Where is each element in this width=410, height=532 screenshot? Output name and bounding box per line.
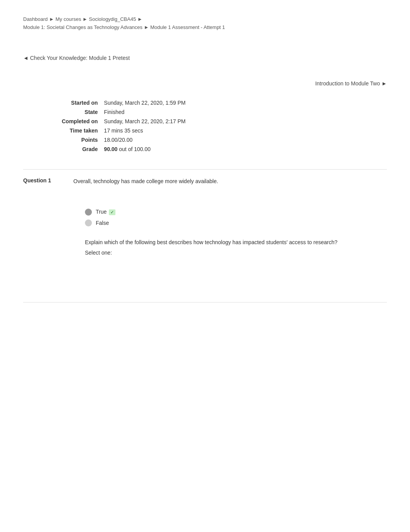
time-taken-value: 17 mins 35 secs xyxy=(104,126,190,135)
nav-prev[interactable]: ◄ Check Your Knowledge: Module 1 Pretest xyxy=(23,55,387,61)
answer-true[interactable]: True ✓ xyxy=(85,209,387,216)
grade-suffix: out of 100.00 xyxy=(117,146,151,152)
bottom-divider xyxy=(23,302,387,303)
grade-number: 90.00 xyxy=(104,146,117,152)
started-on-value: Sunday, March 22, 2020, 1:59 PM xyxy=(104,98,190,107)
radio-true-icon xyxy=(85,209,92,216)
nav-next[interactable]: Introduction to Module Two ► xyxy=(23,80,387,87)
sub-question-text: Explain which of the following best desc… xyxy=(85,238,387,246)
time-taken-label: Time taken xyxy=(62,126,104,135)
answer-true-label: True ✓ xyxy=(96,209,115,215)
select-one-label: Select one: xyxy=(85,250,387,256)
grade-label: Grade xyxy=(62,144,104,154)
breadcrumb-line2: Module 1: Societal Changes as Technology… xyxy=(23,24,387,32)
radio-false-icon xyxy=(85,219,92,226)
summary-row-completed: Completed on Sunday, March 22, 2020, 2:1… xyxy=(62,117,190,126)
completed-on-value: Sunday, March 22, 2020, 2:17 PM xyxy=(104,117,190,126)
question-1-label: Question 1 xyxy=(23,177,58,184)
grade-value: 90.00 out of 100.00 xyxy=(104,144,190,154)
answer-false-label: False xyxy=(96,220,109,226)
prev-link[interactable]: ◄ Check Your Knowledge: Module 1 Pretest xyxy=(23,55,130,61)
state-value: Finished xyxy=(104,107,190,117)
question-1-section: Question 1 Overall, technology has made … xyxy=(23,169,387,256)
sub-question-block: Explain which of the following best desc… xyxy=(85,238,387,256)
summary-row-state: State Finished xyxy=(62,107,190,117)
summary-row-started: Started on Sunday, March 22, 2020, 1:59 … xyxy=(62,98,190,107)
summary-table: Started on Sunday, March 22, 2020, 1:59 … xyxy=(62,98,190,154)
points-label: Points xyxy=(62,135,104,144)
question-1-text: Overall, technology has made college mor… xyxy=(73,177,218,185)
summary-row-grade: Grade 90.00 out of 100.00 xyxy=(62,144,190,154)
breadcrumb-line1: Dashboard ► My courses ► Sociologydig_CB… xyxy=(23,15,387,24)
summary-row-points: Points 18.00/20.00 xyxy=(62,135,190,144)
answers-block: True ✓ False xyxy=(85,209,387,226)
completed-on-label: Completed on xyxy=(62,117,104,126)
state-label: State xyxy=(62,107,104,117)
breadcrumb: Dashboard ► My courses ► Sociologydig_CB… xyxy=(23,15,387,32)
answer-false[interactable]: False xyxy=(85,219,387,226)
next-link[interactable]: Introduction to Module Two ► xyxy=(315,80,387,87)
started-on-label: Started on xyxy=(62,98,104,107)
question-1-header: Question 1 Overall, technology has made … xyxy=(23,177,387,185)
summary-row-time: Time taken 17 mins 35 secs xyxy=(62,126,190,135)
points-value: 18.00/20.00 xyxy=(104,135,190,144)
